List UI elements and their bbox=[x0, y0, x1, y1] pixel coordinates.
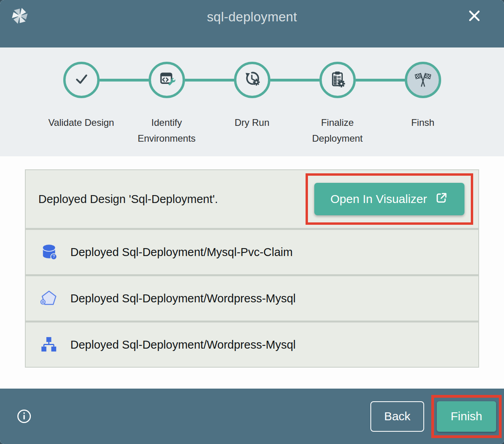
svg-text:?: ? bbox=[53, 254, 55, 259]
open-in-visualizer-label: Open In Visualizer bbox=[330, 192, 427, 206]
step-finish: Finsh bbox=[380, 62, 466, 146]
step-label: Finsh bbox=[411, 115, 434, 131]
pentagon-icon bbox=[40, 289, 58, 307]
deployment-stepper: Validate Design bbox=[0, 47, 504, 156]
step-circle bbox=[319, 62, 356, 98]
result-row-text: Deployed Sql-Deployment/Mysql-Pvc-Claim bbox=[70, 246, 293, 259]
step-label: Dry Run bbox=[234, 115, 269, 131]
step-validate-design: Validate Design bbox=[39, 62, 124, 146]
close-icon[interactable] bbox=[466, 7, 483, 25]
result-row-text: Deployed Sql-Deployment/Wordpress-Mysql bbox=[70, 292, 296, 305]
step-circle bbox=[234, 62, 270, 98]
info-icon[interactable] bbox=[17, 409, 32, 424]
finish-button[interactable]: Finish bbox=[437, 401, 496, 432]
back-button[interactable]: Back bbox=[370, 401, 424, 432]
step-dry-run: Dry Run bbox=[210, 62, 295, 146]
modal-title: sql-deployment bbox=[0, 9, 504, 25]
result-row-pvc-claim: ? Deployed Sql-Deployment/Mysql-Pvc-Clai… bbox=[26, 228, 478, 274]
step-label: Identify Environments bbox=[124, 115, 210, 146]
dry-run-history-gear-icon bbox=[243, 70, 261, 90]
clipboard-gear-icon bbox=[328, 70, 347, 90]
deployed-design-text: Deployed Design 'Sql-Deployment'. bbox=[38, 193, 218, 206]
step-identify-environments: Identify Environments bbox=[124, 62, 210, 146]
open-in-visualizer-button[interactable]: Open In Visualizer bbox=[314, 183, 464, 215]
deployed-design-row: Deployed Design 'Sql-Deployment'. Open I… bbox=[26, 170, 478, 228]
external-link-icon bbox=[435, 191, 448, 207]
result-row-wordpress-mysql-2: Deployed Sql-Deployment/Wordpress-Mysql bbox=[26, 321, 478, 367]
result-row-text: Deployed Sql-Deployment/Wordpress-Mysql bbox=[70, 338, 296, 351]
result-row-wordpress-mysql: Deployed Sql-Deployment/Wordpress-Mysql bbox=[26, 274, 478, 321]
highlight-box-visualizer: Open In Visualizer bbox=[306, 173, 473, 225]
modal-titlebar: sql-deployment bbox=[0, 0, 504, 47]
step-circle bbox=[63, 62, 100, 98]
code-config-icon bbox=[158, 70, 176, 89]
step-label: Finalize Deployment bbox=[295, 115, 380, 146]
deployment-results: Deployed Design 'Sql-Deployment'. Open I… bbox=[0, 156, 504, 389]
checkered-flags-icon bbox=[413, 70, 432, 90]
highlight-box-finish: Finish bbox=[431, 395, 502, 438]
modal-footer: Back Finish bbox=[0, 389, 504, 444]
checkmark-icon bbox=[72, 70, 91, 90]
sql-deployment-modal: sql-deployment Validate Design bbox=[0, 0, 504, 444]
step-label: Validate Design bbox=[48, 115, 114, 131]
step-circle-active bbox=[405, 62, 441, 98]
step-circle bbox=[149, 62, 185, 98]
database-icon: ? bbox=[40, 243, 58, 261]
results-list: Deployed Design 'Sql-Deployment'. Open I… bbox=[25, 169, 479, 368]
hierarchy-icon bbox=[40, 336, 58, 354]
step-finalize-deployment: Finalize Deployment bbox=[295, 62, 380, 146]
